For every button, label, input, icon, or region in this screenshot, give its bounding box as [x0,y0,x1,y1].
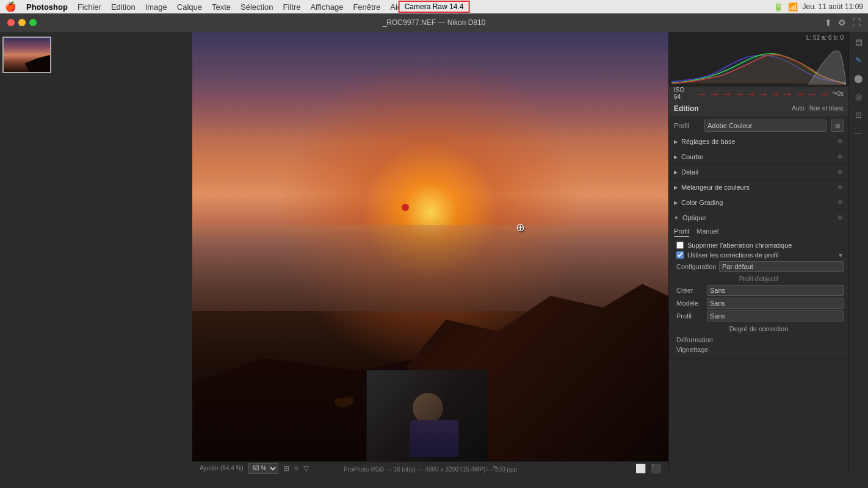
window-controls [7,19,37,26]
cursor: ⊕ [516,221,525,234]
share-icon[interactable]: ⬆ [825,18,832,27]
wifi-icon: 📶 [788,2,798,12]
checkbox-corrections[interactable] [676,251,684,259]
profile-label: Profil [674,122,700,129]
section-reglages-base: ▶ Réglages de base 👁 [669,134,848,149]
histogram-canvas [671,45,846,85]
optique-content: Profil Manuel Supprimer l'aberration chr… [669,225,848,358]
expand-icon[interactable]: ⛶ [852,18,861,27]
menu-selection[interactable]: Sélection [241,2,273,12]
profil-objectif-label: Profil [676,312,707,320]
person-body [410,420,458,457]
menu-edition[interactable]: Edition [111,2,136,12]
vignettage-label: Vignettage [676,346,708,353]
creer-select[interactable]: Sans [707,285,844,296]
view-single-icon[interactable]: ⬜ [635,464,646,473]
section-color-grading-label: Color Grading [681,199,837,206]
section-melangeur-header[interactable]: ▶ Mélangeur de couleurs 👁 [669,180,848,195]
left-content: ⊕ Ajuster (54,4 %) [0,32,668,475]
settings-icon[interactable]: ⚙ [838,18,846,27]
profil-objectif-title: Profil d'objectif [674,276,844,282]
eye-icon-melangeur[interactable]: 👁 [837,184,844,191]
creer-label: Créer [676,287,707,294]
tool-settings-2[interactable]: ⋯ [852,126,866,140]
profile-select[interactable]: Adobe Couleur [704,120,826,132]
tool-histogram[interactable]: ▤ [852,34,866,49]
zoom-select[interactable]: 63 % [248,463,278,474]
menu-filtre[interactable]: Filtre [283,2,301,12]
eye-icon-optique[interactable]: 👁 [837,214,844,221]
menu-fenetre[interactable]: Fenêtre [353,2,380,12]
iso-bar: ISO 64 →→→→→→→→→→→ ↷0s [669,87,848,100]
panel-sections: ▶ Réglages de base 👁 ▶ Courbe 👁 ▶ Détail [669,134,848,475]
config-row: Configuration Par défaut [674,261,844,272]
chevron-right-icon: ▶ [674,139,678,145]
time-display: Jeu. 11 août 11:09 [803,2,863,11]
bw-button[interactable]: Noir et blanc [809,105,844,112]
eye-icon-courbe[interactable]: 👁 [837,153,844,160]
section-detail: ▶ Détail 👁 [669,165,848,180]
boat-1 [335,396,354,408]
config-select[interactable]: Par défaut [719,261,844,272]
tool-redeye[interactable]: ◎ [852,89,866,104]
profil-objectif-select[interactable]: Sans [707,310,844,321]
section-color-grading-header[interactable]: ▶ Color Grading 👁 [669,195,848,210]
menu-right-icons: 🔋 📶 Jeu. 11 août 11:09 [773,2,863,12]
iso-label: ISO 64 [674,87,692,100]
section-melangeur: ▶ Mélangeur de couleurs 👁 [669,180,848,195]
optique-tab-profil[interactable]: Profil [674,228,689,237]
edition-header: Edition Auto Noir et blanc [669,100,848,117]
checkbox-aberration[interactable] [676,242,684,249]
close-button[interactable] [7,19,15,26]
arrange-icon[interactable]: ⊞ [283,464,289,473]
tool-crop[interactable]: ⊡ [852,107,866,122]
view-split-icon[interactable]: ⬛ [651,464,661,473]
optique-tab-manuel[interactable]: Manuel [696,228,718,237]
tool-edit[interactable]: ✎ [852,52,866,67]
section-reglages-base-header[interactable]: ▶ Réglages de base 👁 [669,134,848,149]
camera-raw-badge: Camera Raw 14.4 [399,1,470,13]
menu-texte[interactable]: Texte [212,2,231,12]
section-detail-label: Détail [681,168,837,176]
apple-logo[interactable]: 🍎 [5,1,16,12]
chevron-right-icon-4: ▶ [674,185,678,190]
histogram-area: L: 52 a: 6 b: 0 [669,32,848,87]
menu-affichage[interactable]: Affichage [310,2,343,12]
exposure-value: ↷0s [832,90,844,97]
checkbox-corrections-row: Utiliser les corrections de profil ▼ [674,251,844,259]
filter-icon[interactable]: ▽ [303,464,309,473]
tool-mask[interactable]: ⬤ [852,71,866,85]
eye-icon-detail[interactable]: 👁 [837,168,844,176]
modele-select[interactable]: Sans [707,298,844,309]
chevron-right-icon-3: ▶ [674,170,678,175]
video-preview [366,370,488,461]
canvas-area[interactable]: ⊕ [192,32,668,461]
section-courbe-header[interactable]: ▶ Courbe 👁 [669,149,848,164]
section-detail-header[interactable]: ▶ Détail 👁 [669,165,848,179]
thumbnail-item[interactable] [2,37,51,73]
vignettage-row: Vignettage [674,346,844,353]
section-optique-header[interactable]: ▼ Optique 👁 [669,210,848,225]
eye-icon-reglages[interactable]: 👁 [837,138,844,145]
section-melangeur-label: Mélangeur de couleurs [681,184,837,191]
menu-image[interactable]: Image [145,2,167,12]
menu-bar: 🍎 Photoshop Fichier Edition Image Calque… [0,0,868,13]
eye-icon-grading[interactable]: 👁 [837,199,844,206]
minimize-button[interactable] [18,19,26,26]
list-icon[interactable]: ≡ [294,464,298,473]
profile-grid-button[interactable]: ⊞ [831,120,844,132]
status-right-icons: ⬜ ⬛ [635,464,661,473]
menu-fichier[interactable]: Fichier [78,2,101,12]
adjust-label: Ajuster (54,4 %) [200,465,244,472]
section-courbe: ▶ Courbe 👁 [669,149,848,165]
menu-calque[interactable]: Calque [177,2,202,12]
modele-row: Modèle Sans [674,298,844,309]
histogram-info: L: 52 a: 6 b: 0 [806,34,844,41]
deformation-row: Déformation [674,336,844,343]
profile-row: Profil Adobe Couleur ⊞ [669,117,848,134]
maximize-button[interactable] [29,19,37,26]
profil-objectif-row: Profil Sans [674,310,844,321]
modele-label: Modèle [676,300,707,307]
cloud-layer [192,53,668,203]
auto-button[interactable]: Auto [792,105,805,112]
